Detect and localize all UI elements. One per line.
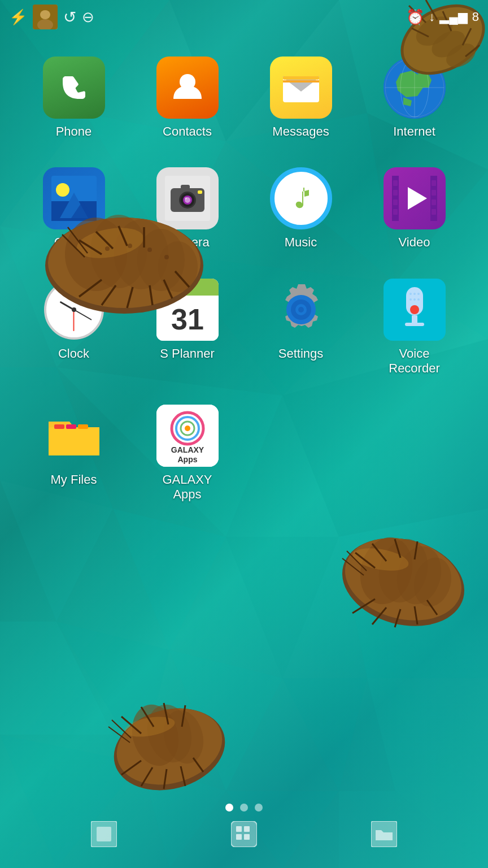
phone-label: Phone [56,124,92,139]
clock-icon [43,279,105,341]
gallery-label: Gallery [54,235,94,250]
svg-rect-129 [432,180,436,186]
svg-rect-121 [198,190,202,194]
splanner-icon: 31 [156,279,219,341]
avatar-icon [33,5,58,29]
app-internet[interactable]: Internet [358,57,471,139]
svg-rect-153 [49,427,99,455]
svg-marker-18 [169,650,282,791]
svg-rect-150 [412,315,417,324]
svg-rect-170 [244,834,250,840]
contacts-icon [156,57,219,119]
messages-icon [270,57,332,119]
settings-label: Settings [278,346,324,361]
svg-point-146 [417,293,420,295]
app-grid: Phone Contacts Messages [0,45,488,513]
app-clock[interactable]: Clock [17,279,130,376]
svg-rect-125 [393,180,398,186]
svg-point-149 [417,298,420,301]
svg-text:GALAXY: GALAXY [171,445,204,454]
svg-marker-14 [226,537,339,678]
svg-rect-100 [283,76,319,80]
camera-label: Camera [165,235,209,250]
app-video[interactable]: Video [358,167,471,250]
svg-point-148 [413,298,416,301]
app-voice-recorder[interactable]: Voice Recorder [358,279,471,376]
app-phone[interactable]: Phone [17,57,130,139]
svg-point-145 [413,293,416,295]
svg-text:31: 31 [171,303,204,336]
svg-rect-165 [97,827,111,841]
refresh-icon: ↺ [63,8,76,27]
svg-rect-156 [78,424,88,429]
svg-point-112 [56,183,69,197]
splanner-label: S Planner [160,346,215,361]
svg-point-147 [409,298,412,301]
avatar-image [33,5,58,29]
gallery-icon [43,167,105,229]
music-icon [270,167,332,229]
svg-marker-133 [408,187,427,210]
svg-point-161 [185,426,190,431]
svg-rect-167 [236,826,242,832]
svg-rect-120 [181,185,190,189]
video-icon [384,167,446,229]
messages-label: Messages [272,124,329,139]
svg-marker-19 [282,678,367,791]
myfiles-icon [43,405,105,467]
svg-rect-151 [405,323,424,326]
svg-rect-127 [393,199,398,205]
dock-apps-button[interactable] [230,820,258,848]
video-label: Video [399,235,430,250]
svg-rect-168 [244,826,250,832]
svg-rect-154 [54,424,64,429]
svg-marker-13 [113,509,226,650]
svg-rect-169 [236,834,242,840]
camera-icon [156,167,219,229]
svg-rect-130 [432,190,436,196]
svg-rect-155 [66,424,76,429]
alarm-icon: ⏰ [406,8,424,26]
status-bar: ⚡ ↺ ⊖ ⏰ ↓ ▂▄▆ 8 [0,0,488,34]
app-settings[interactable]: Settings [244,279,358,376]
app-myfiles[interactable]: My Files [17,405,130,502]
signal-icon: ▂▄▆ [439,10,468,24]
svg-point-26 [40,10,50,19]
svg-point-122 [280,177,322,220]
dock-home-button[interactable] [90,820,118,848]
app-gallery[interactable]: Gallery [17,167,130,250]
svg-rect-134 [156,279,219,296]
app-contacts[interactable]: Contacts [130,57,244,139]
status-right-icons: ⏰ ↓ ▂▄▆ 8 [406,8,479,26]
empty-slot-2 [358,405,471,502]
music-label: Music [285,235,317,250]
svg-point-152 [410,305,419,314]
usb-icon: ⚡ [9,8,27,26]
app-splanner[interactable]: 31 S Planner [130,279,244,376]
battery-icon: 8 [472,10,479,24]
svg-point-144 [409,293,412,295]
status-left-icons: ⚡ ↺ ⊖ [9,5,94,29]
app-messages[interactable]: Messages [244,57,358,139]
svg-point-141 [298,307,304,313]
phone-icon [43,57,105,119]
voice-recorder-icon [384,279,446,341]
svg-point-119 [185,197,187,199]
svg-rect-166 [231,821,257,847]
dock-bar [0,800,488,868]
app-camera[interactable]: Camera [130,167,244,250]
svg-text:Apps: Apps [177,455,197,464]
galaxy-apps-icon: GALAXY Apps [156,405,219,467]
svg-rect-131 [432,199,436,205]
svg-marker-15 [339,509,488,678]
app-music[interactable]: Music [244,167,358,250]
block-icon: ⊖ [82,8,94,26]
app-galaxy-apps[interactable]: GALAXY Apps GALAXY Apps [130,405,244,502]
dock-recent-button[interactable] [370,820,398,848]
clock-label: Clock [58,346,89,361]
svg-rect-128 [393,209,398,215]
svg-rect-101 [283,80,319,83]
internet-icon [384,57,446,119]
internet-label: Internet [393,124,435,139]
myfiles-label: My Files [51,472,97,487]
